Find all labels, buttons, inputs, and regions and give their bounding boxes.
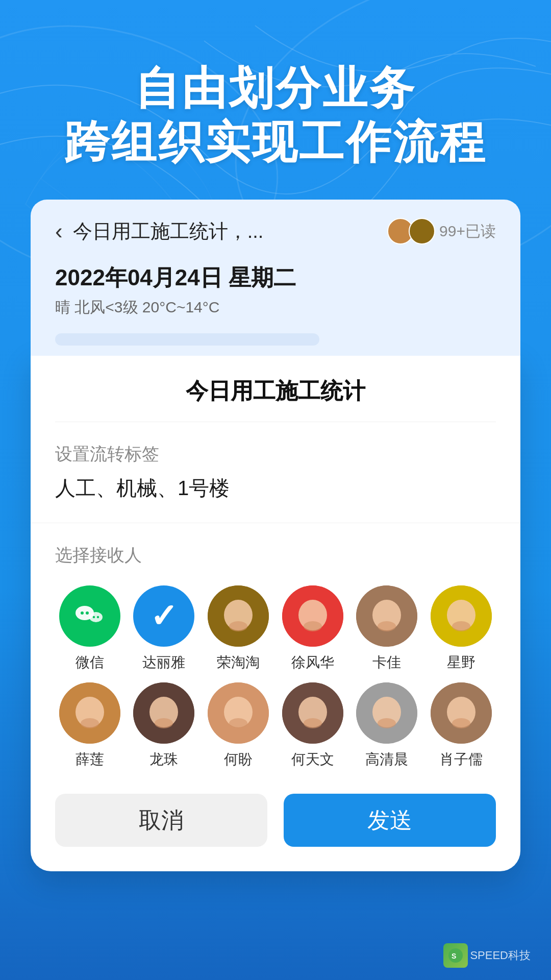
- date-text: 2022年04月24日 星期二: [55, 263, 496, 293]
- svg-point-6: [89, 612, 103, 622]
- svg-point-7: [93, 616, 95, 618]
- recipient-item[interactable]: 微信: [55, 585, 124, 672]
- modal-title: 今日用工施工统计: [55, 356, 496, 422]
- recipient-name: 何天文: [291, 750, 334, 769]
- recipient-name: 微信: [76, 653, 104, 672]
- recipients-label: 选择接收人: [55, 544, 496, 567]
- watermark-text: SPEED科技: [470, 948, 531, 963]
- hero-title-line2: 跨组织实现工作流程: [0, 115, 551, 169]
- recipient-name: 荣淘淘: [217, 653, 260, 672]
- hero-title-line1: 自由划分业务: [0, 61, 551, 115]
- chat-header: ‹ 今日用工施工统计，... 99+已读: [55, 218, 496, 244]
- svg-point-17: [378, 621, 396, 631]
- tags-section-label: 设置流转标签: [55, 443, 496, 466]
- recipient-item[interactable]: 何盼: [204, 682, 273, 769]
- svg-point-4: [81, 611, 84, 615]
- svg-point-29: [229, 718, 247, 728]
- recipient-item[interactable]: ✓达丽雅: [130, 585, 199, 672]
- modal-card: 今日用工施工统计 设置流转标签 人工、机械、1号楼 选择接收人 微信✓达丽雅 荣…: [31, 356, 520, 871]
- svg-point-32: [304, 718, 322, 728]
- recipient-item[interactable]: 薛莲: [55, 682, 124, 769]
- watermark: S SPEED科技: [443, 943, 531, 968]
- weather-text: 晴 北风<3级 20°C~14°C: [55, 297, 496, 318]
- svg-text:S: S: [452, 952, 456, 960]
- recipient-item[interactable]: 星野: [427, 585, 496, 672]
- svg-point-5: [86, 611, 89, 615]
- recipient-item[interactable]: 卡佳: [353, 585, 422, 672]
- recipient-item[interactable]: 肖子儒: [427, 682, 496, 769]
- recipient-item[interactable]: 龙珠: [130, 682, 199, 769]
- recipient-name: 薛莲: [76, 750, 104, 769]
- date-section: 2022年04月24日 星期二 晴 北风<3级 20°C~14°C: [55, 263, 496, 333]
- recipient-item[interactable]: 高清晨: [353, 682, 422, 769]
- hero-section: 自由划分业务 跨组织实现工作流程: [0, 0, 551, 200]
- tags-value: 人工、机械、1号楼: [55, 474, 496, 502]
- read-count: 99+已读: [439, 221, 496, 242]
- recipient-name: 卡佳: [372, 653, 401, 672]
- recipient-item[interactable]: 何天文: [278, 682, 347, 769]
- divider: [31, 523, 520, 523]
- recipient-name: 星野: [447, 653, 475, 672]
- watermark-logo: S: [443, 943, 468, 968]
- chat-card: ‹ 今日用工施工统计，... 99+已读 2022年04月24日 星期二 晴 北…: [31, 200, 520, 356]
- chat-title: 今日用工施工统计，...: [73, 218, 377, 244]
- cancel-button[interactable]: 取消: [55, 794, 267, 847]
- svg-point-8: [97, 616, 99, 618]
- action-buttons: 取消 发送: [55, 794, 496, 847]
- checkmark-icon: ✓: [150, 597, 178, 635]
- send-button[interactable]: 发送: [284, 794, 496, 847]
- recipient-name: 何盼: [224, 750, 253, 769]
- phone-area: ‹ 今日用工施工统计，... 99+已读 2022年04月24日 星期二 晴 北…: [0, 200, 551, 871]
- svg-point-14: [304, 621, 322, 631]
- svg-point-11: [229, 621, 247, 631]
- svg-point-23: [81, 718, 99, 728]
- recipient-name: 达丽雅: [142, 653, 185, 672]
- recipient-name: 高清晨: [365, 750, 408, 769]
- svg-point-20: [452, 621, 470, 631]
- recipient-item[interactable]: 徐风华: [278, 585, 347, 672]
- back-arrow-icon[interactable]: ‹: [55, 218, 63, 244]
- chat-preview-bar: [55, 333, 319, 346]
- recipient-name: 徐风华: [291, 653, 334, 672]
- avatar-group: 99+已读: [387, 218, 496, 244]
- avatar-small-2: [409, 218, 435, 244]
- svg-point-38: [452, 718, 470, 728]
- recipients-grid: 微信✓达丽雅 荣淘淘 徐风华 卡佳 星野 薛莲 龙珠: [55, 585, 496, 769]
- recipient-name: 龙珠: [149, 750, 178, 769]
- recipient-item[interactable]: 荣淘淘: [204, 585, 273, 672]
- svg-point-35: [378, 718, 396, 728]
- recipient-name: 肖子儒: [440, 750, 483, 769]
- svg-point-26: [155, 718, 173, 728]
